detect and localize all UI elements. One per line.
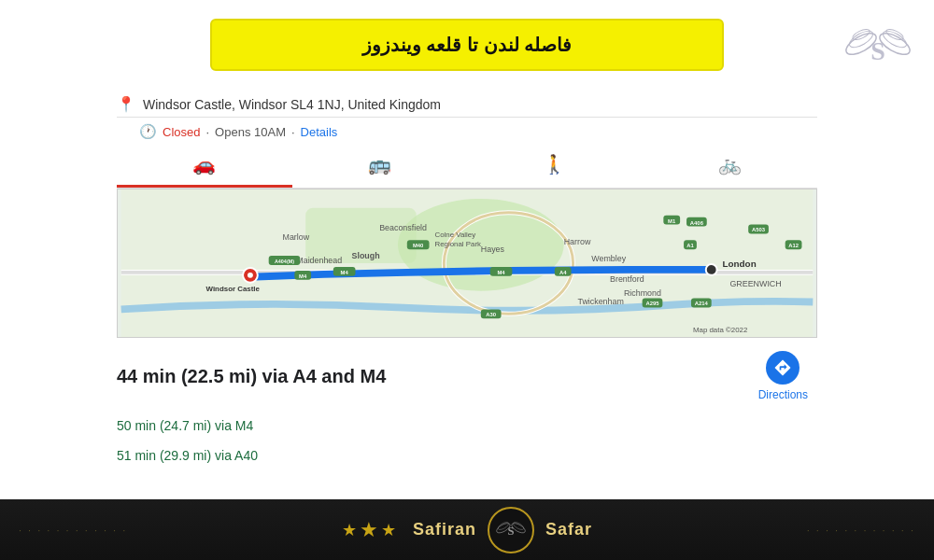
separator1: · — [205, 125, 209, 139]
svg-text:M1: M1 — [668, 218, 676, 224]
tab-car[interactable]: 🚗 — [117, 144, 292, 188]
transit-icon: 🚌 — [368, 153, 391, 175]
svg-text:Marlow: Marlow — [283, 232, 310, 242]
svg-text:Wembley: Wembley — [591, 254, 626, 263]
svg-text:M4: M4 — [497, 270, 505, 275]
star-2: ★ — [360, 518, 378, 542]
deco-right: · · · · · · · · · · · · — [807, 525, 915, 536]
svg-text:Colne Valley: Colne Valley — [434, 231, 475, 239]
svg-text:A295: A295 — [645, 301, 659, 306]
tab-bike[interactable]: 🚲 — [643, 144, 818, 188]
directions-label: Directions — [758, 388, 808, 401]
logo-icon: S — [841, 11, 915, 86]
svg-text:Regional Park: Regional Park — [434, 240, 481, 248]
route-main: 44 min (22.5 mi) via A4 and M4 Direction… — [117, 338, 817, 405]
svg-text:A1: A1 — [686, 243, 694, 248]
details-link[interactable]: Details — [301, 125, 338, 139]
bottom-bar-logo: S — [488, 507, 534, 553]
svg-text:Twickenham: Twickenham — [578, 297, 624, 306]
location-icon: 📍 — [117, 95, 135, 113]
svg-text:A4: A4 — [559, 270, 567, 275]
svg-text:Hayes: Hayes — [481, 245, 505, 254]
logo-container: S — [841, 11, 915, 86]
car-icon: 🚗 — [192, 153, 216, 175]
svg-text:S: S — [870, 36, 885, 65]
svg-text:A404(M): A404(M) — [275, 259, 294, 264]
star-1: ★ — [342, 520, 357, 540]
svg-text:Beaconsfield: Beaconsfield — [379, 223, 427, 232]
svg-text:M4: M4 — [299, 273, 307, 279]
directions-icon — [766, 351, 800, 385]
walk-icon: 🚶 — [543, 153, 566, 175]
svg-text:A503: A503 — [752, 227, 766, 232]
svg-text:M40: M40 — [413, 243, 424, 248]
tab-transit[interactable]: 🚌 — [292, 144, 468, 188]
svg-text:Windsor Castle: Windsor Castle — [206, 285, 261, 293]
tab-walk[interactable]: 🚶 — [467, 144, 643, 188]
svg-text:M4: M4 — [341, 270, 349, 275]
svg-text:Brentford: Brentford — [610, 274, 644, 284]
svg-text:A214: A214 — [695, 301, 709, 306]
bike-icon: 🚲 — [718, 153, 742, 175]
svg-text:S: S — [507, 525, 514, 538]
svg-text:GREENWICH: GREENWICH — [729, 279, 781, 288]
svg-point-22 — [706, 264, 717, 275]
star-3: ★ — [381, 520, 396, 540]
bottom-text-right: Safar — [545, 520, 592, 539]
status-row: 🕐 Closed · Opens 10AM · Details — [117, 118, 817, 144]
clock-icon: 🕐 — [139, 123, 157, 140]
closed-status: Closed — [163, 125, 200, 139]
banner-text: فاصله لندن تا قلعه ویندزوز — [362, 35, 572, 55]
separator2: · — [291, 125, 295, 139]
deco-left: · · · · · · · · · · · · — [19, 525, 127, 536]
transport-tabs: 🚗 🚌 🚶 🚲 — [117, 144, 817, 189]
svg-text:Harrow: Harrow — [564, 237, 591, 246]
svg-text:Map data ©2022: Map data ©2022 — [693, 326, 747, 334]
bottom-stars: ★ ★ ★ — [342, 518, 396, 542]
map-svg: M4 M4 A4 M40 London Windsor Castle Beaco… — [118, 189, 816, 337]
address-text: Windsor Castle, Windsor SL4 1NJ, United … — [143, 97, 441, 112]
svg-text:Richmond: Richmond — [624, 288, 661, 298]
address-row: 📍 Windsor Castle, Windsor SL4 1NJ, Unite… — [117, 88, 817, 118]
svg-text:A406: A406 — [690, 220, 704, 226]
svg-point-5 — [884, 27, 905, 42]
main-panel: 📍 Windsor Castle, Windsor SL4 1NJ, Unite… — [117, 88, 817, 476]
alt-route-1-text: 50 min (24.7 mi) via M4 — [117, 418, 253, 433]
map-area: M4 M4 A4 M40 London Windsor Castle Beaco… — [117, 189, 817, 338]
svg-text:A30: A30 — [486, 312, 497, 317]
opens-time: Opens 10AM — [215, 125, 286, 139]
svg-point-25 — [248, 273, 253, 278]
alt-route-1[interactable]: 50 min (24.7 mi) via M4 — [117, 411, 817, 441]
alt-route-2[interactable]: 51 min (29.9 mi) via A40 — [117, 441, 817, 470]
bottom-bar: · · · · · · · · · · · · · · · · · · · · … — [0, 499, 934, 560]
alt-route-2-text: 51 min (29.9 mi) via A40 — [117, 448, 258, 463]
svg-text:London: London — [723, 259, 757, 269]
svg-text:Maidenhead: Maidenhead — [296, 256, 342, 265]
svg-text:Slough: Slough — [352, 251, 380, 260]
bottom-logo-icon: S — [494, 513, 528, 547]
directions-button[interactable]: Directions — [758, 351, 808, 401]
bottom-text-left: Safiran — [413, 520, 476, 539]
alt-routes: 50 min (24.7 mi) via M4 51 min (29.9 mi)… — [117, 405, 817, 476]
svg-text:A12: A12 — [788, 243, 800, 248]
svg-point-2 — [851, 27, 871, 42]
route-main-text: 44 min (22.5 mi) via A4 and M4 — [117, 366, 386, 387]
top-banner: فاصله لندن تا قلعه ویندزوز — [210, 19, 724, 71]
